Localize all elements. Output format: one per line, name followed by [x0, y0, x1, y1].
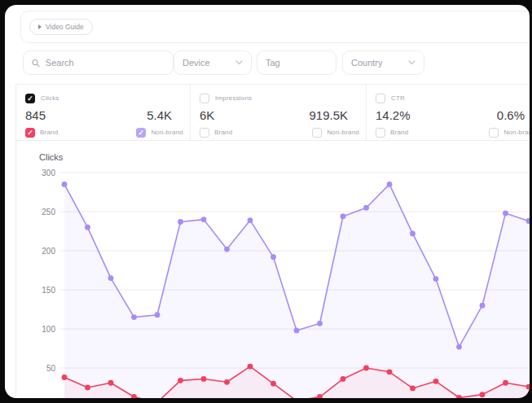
brand-value: 845 [25, 108, 46, 122]
svg-text:300: 300 [42, 169, 55, 177]
check-icon: ✓ [27, 94, 33, 103]
device-select-label: Device [182, 58, 210, 68]
chevron-down-icon [235, 60, 243, 65]
impressions-brand-checkbox[interactable] [200, 128, 209, 138]
svg-text:150: 150 [42, 286, 55, 295]
clicks-checkbox[interactable]: ✓ [25, 94, 35, 103]
svg-text:50: 50 [46, 364, 56, 373]
check-icon: ✓ [27, 129, 33, 137]
brand-label: Brand [40, 129, 58, 136]
metric-name: Clicks [41, 94, 59, 102]
svg-text:200: 200 [42, 247, 55, 256]
metric-card-ctr: CTR 14.2% 0.6% Brand Non-brand [367, 85, 530, 140]
video-guide-label: Video Guide [46, 23, 84, 31]
brand-label: Brand [390, 129, 408, 136]
tag-box [257, 50, 336, 75]
metrics-row: ✓ Clicks 845 5.4K ✓ Brand ✓ Non-brand [15, 84, 530, 141]
clicks-line-chart[interactable]: 30025020015010050 [16, 141, 530, 398]
impressions-nonbrand-checkbox[interactable] [312, 128, 322, 138]
svg-text:100: 100 [42, 325, 55, 334]
video-guide-button[interactable]: Video Guide [29, 19, 93, 35]
ctr-checkbox[interactable] [376, 94, 385, 103]
clicks-brand-checkbox[interactable]: ✓ [25, 128, 35, 138]
device-select[interactable]: Device [174, 50, 252, 75]
ctr-brand-checkbox[interactable] [376, 128, 385, 138]
play-icon [38, 24, 42, 29]
metric-card-clicks: ✓ Clicks 845 5.4K ✓ Brand ✓ Non-brand [16, 85, 191, 140]
video-guide-bar: Video Guide [20, 11, 530, 43]
tag-input[interactable] [266, 58, 328, 68]
dashboard-card: Video Guide Device Country [5, 5, 530, 398]
nonbrand-label: Non-brand [151, 129, 183, 136]
search-input[interactable] [46, 58, 165, 68]
metric-name: CTR [391, 94, 405, 102]
brand-value: 14.2% [376, 108, 411, 122]
nonbrand-label: Non-brand [327, 129, 359, 136]
metric-card-impressions: Impressions 6K 919.5K Brand Non-brand [191, 85, 367, 140]
search-box [23, 50, 174, 75]
country-select-label: Country [351, 58, 383, 68]
ctr-nonbrand-checkbox[interactable] [489, 128, 499, 138]
check-icon: ✓ [138, 129, 145, 137]
metric-name: Impressions [215, 94, 252, 102]
clicks-nonbrand-checkbox[interactable]: ✓ [136, 128, 146, 138]
nonbrand-value: 5.4K [147, 108, 172, 122]
brand-label: Brand [214, 129, 232, 136]
nonbrand-value: 919.5K [309, 108, 348, 122]
svg-text:250: 250 [42, 208, 55, 217]
filter-bar: Device Country [5, 50, 530, 75]
country-select[interactable]: Country [342, 50, 424, 75]
impressions-checkbox[interactable] [200, 94, 209, 103]
clicks-chart-panel: Clicks 30025020015010050 [15, 141, 530, 398]
nonbrand-value: 0.6% [497, 108, 525, 122]
search-icon [32, 59, 40, 68]
chevron-down-icon [408, 60, 415, 65]
brand-value: 6K [200, 108, 214, 122]
nonbrand-label: Non-brand [503, 129, 530, 136]
